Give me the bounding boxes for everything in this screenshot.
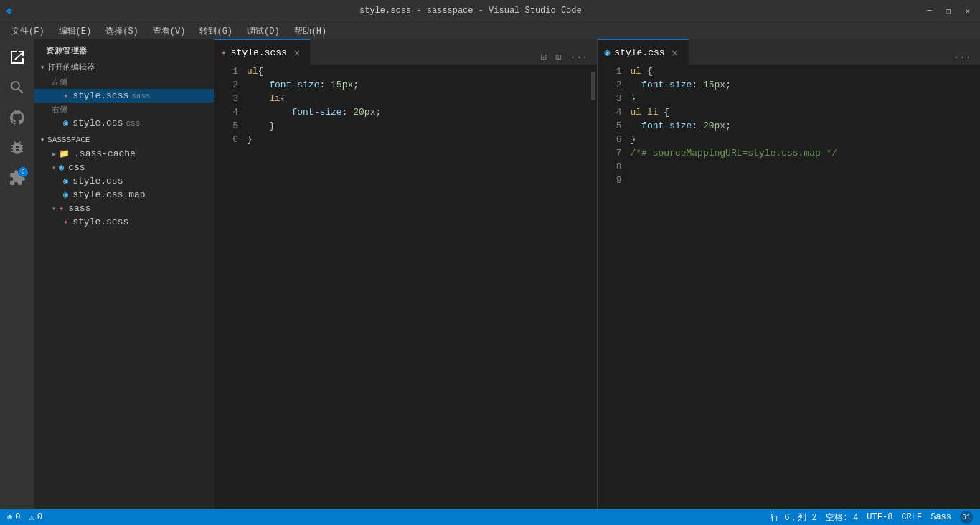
right-section-label: 右侧: [34, 103, 214, 116]
open-file-name-css: style.css: [72, 118, 123, 128]
left-editor-pane: ✦ style.scss ✕ ⊡ ⊞ ··· 1 2: [214, 39, 597, 509]
menu-edit[interactable]: 编辑(E): [53, 24, 98, 39]
open-editors-label: 打开的编辑器: [47, 62, 95, 72]
ln1: 1: [220, 65, 238, 78]
left-scroll-thumb[interactable]: [591, 72, 595, 100]
source-control-activity-icon[interactable]: [5, 105, 29, 130]
status-right: 行 6，列 2 空格: 4 UTF-8 CRLF Sass 61: [771, 511, 973, 524]
extensions-badge: 6: [18, 167, 28, 177]
style-css-name: style.css: [72, 176, 123, 186]
open-file-style-css[interactable]: ◉ style.css css: [34, 116, 214, 130]
right-editor-pane: ◉ style.css ✕ ··· 1 2 3 4: [598, 39, 981, 509]
right-tab-close[interactable]: ✕: [669, 47, 681, 58]
open-file-ext-css: css: [126, 119, 140, 128]
status-badge[interactable]: 61: [960, 511, 973, 524]
left-tab-filename: style.scss: [231, 47, 287, 58]
status-language[interactable]: Sass: [930, 512, 951, 522]
left-tab-close[interactable]: ✕: [291, 47, 303, 58]
sass-folder-chevron: ▾: [52, 204, 56, 213]
left-scrollbar[interactable]: [590, 65, 597, 509]
debug-activity-icon[interactable]: [5, 136, 29, 160]
sass-folder-icon: ✦: [59, 203, 64, 214]
window-title: style.scss - sassspace - Visual Studio C…: [19, 6, 923, 16]
title-bar: ❖ style.scss - sassspace - Visual Studio…: [0, 0, 980, 22]
left-section-label: 左侧: [34, 75, 214, 89]
extensions-activity-icon[interactable]: 6: [5, 166, 29, 190]
search-activity-icon[interactable]: [5, 75, 29, 100]
status-spaces[interactable]: 空格: 4: [826, 511, 859, 524]
sass-cache-name: .sass-cache: [74, 148, 136, 159]
menu-help[interactable]: 帮助(H): [288, 24, 333, 39]
explorer-activity-icon[interactable]: [5, 45, 29, 70]
sass-cache-folder[interactable]: ▶ 📁 .sass-cache: [34, 147, 214, 161]
menu-select[interactable]: 选择(S): [100, 24, 144, 39]
right-tab-style-css[interactable]: ◉ style.css ✕: [598, 39, 689, 65]
menu-goto[interactable]: 转到(G): [194, 24, 238, 39]
restore-button[interactable]: ❐: [942, 5, 956, 17]
error-count: 0: [15, 512, 20, 522]
menu-view[interactable]: 查看(V): [147, 24, 192, 39]
sass-folder-name: sass: [68, 203, 90, 214]
left-code-line-4: font-size: 20px;: [247, 105, 587, 119]
more-actions-btn[interactable]: ···: [567, 50, 590, 65]
right-code-line-8: /*# sourceMappingURL=style.css.map */: [631, 146, 978, 160]
left-tab-style-scss[interactable]: ✦ style.scss ✕: [214, 39, 311, 65]
css-file-icon: ◉: [63, 118, 68, 128]
css-folder-icon: ◉: [59, 162, 64, 173]
sass-cache-folder-icon: 📁: [59, 148, 70, 159]
left-label-text: 左侧: [52, 77, 67, 88]
right-code-line-6: }: [631, 133, 978, 146]
rln3: 3: [603, 92, 622, 105]
status-encoding[interactable]: UTF-8: [867, 512, 892, 522]
left-code-line-5: }: [247, 119, 587, 133]
split-editor-btn[interactable]: ⊡: [537, 49, 549, 65]
style-css-map-file[interactable]: ◉ style.css.map: [34, 188, 214, 202]
status-line-ending[interactable]: CRLF: [901, 512, 922, 522]
minimize-button[interactable]: ─: [923, 5, 936, 17]
close-button[interactable]: ✕: [961, 5, 974, 17]
sidebar-title: 资源管理器: [34, 39, 214, 59]
style-css-file[interactable]: ◉ style.css: [34, 174, 214, 188]
right-code-line-4: ul li {: [631, 105, 978, 119]
split-editor-layout-btn[interactable]: ⊞: [552, 49, 564, 65]
left-line-numbers: 1 2 3 4 5 6: [214, 65, 244, 509]
ln2: 2: [220, 78, 238, 92]
ln4: 4: [220, 105, 238, 119]
status-position[interactable]: 行 6，列 2: [771, 511, 817, 524]
open-editors-section[interactable]: ▾ 打开的编辑器: [34, 59, 214, 75]
right-more-actions-btn[interactable]: ···: [951, 50, 974, 65]
status-errors[interactable]: ⊗ 0 ⚠ 0: [7, 512, 42, 523]
style-css-map-name: style.css.map: [72, 189, 145, 200]
open-file-ext-scss: sass: [131, 92, 150, 100]
right-line-numbers: 1 2 3 4 5 6 7 8 9: [598, 65, 628, 509]
ln3: 3: [220, 92, 238, 105]
css-folder[interactable]: ▾ ◉ css: [34, 161, 214, 174]
right-code-editor[interactable]: 1 2 3 4 5 6 7 8 9 ul { font-size: 15px; …: [598, 65, 981, 509]
left-code-editor[interactable]: 1 2 3 4 5 6 ul{ font-size: 15px; li{ fon…: [214, 65, 597, 509]
main-layout: 6 资源管理器 ▾ 打开的编辑器 左侧 ✦ style.scss sass 右侧…: [0, 39, 980, 509]
right-code-line-5: font-size: 20px;: [631, 119, 978, 133]
right-code-line-3: }: [631, 92, 978, 105]
rln2: 2: [603, 78, 622, 92]
sassspace-section[interactable]: ▾ SASSSPACE: [34, 133, 214, 147]
rln5: 5: [603, 119, 622, 133]
right-tab-actions: ···: [951, 50, 980, 65]
status-left: ⊗ 0 ⚠ 0: [7, 512, 42, 523]
open-file-style-scss[interactable]: ✦ style.scss sass: [34, 89, 214, 103]
style-scss-file[interactable]: ✦ style.scss: [34, 215, 214, 229]
right-label-text: 右侧: [52, 104, 67, 115]
css-folder-name: css: [68, 162, 85, 173]
sass-folder[interactable]: ▾ ✦ sass: [34, 202, 214, 215]
menu-debug[interactable]: 调试(D): [241, 24, 286, 39]
left-tab-icon: ✦: [221, 47, 227, 58]
activity-bar: 6: [0, 39, 34, 509]
left-code-line-2: font-size: 15px;: [247, 78, 587, 92]
right-code-line-1: ul {: [631, 65, 978, 78]
right-code-content: ul { font-size: 15px; } ul li { font-siz…: [628, 65, 981, 509]
css-folder-chevron: ▾: [52, 164, 56, 172]
sidebar: 资源管理器 ▾ 打开的编辑器 左侧 ✦ style.scss sass 右侧 ◉…: [34, 39, 214, 509]
ln6: 6: [220, 133, 238, 146]
window-controls: ─ ❐ ✕: [923, 5, 974, 17]
style-css-map-icon: ◉: [63, 189, 68, 200]
menu-file[interactable]: 文件(F): [6, 24, 50, 39]
